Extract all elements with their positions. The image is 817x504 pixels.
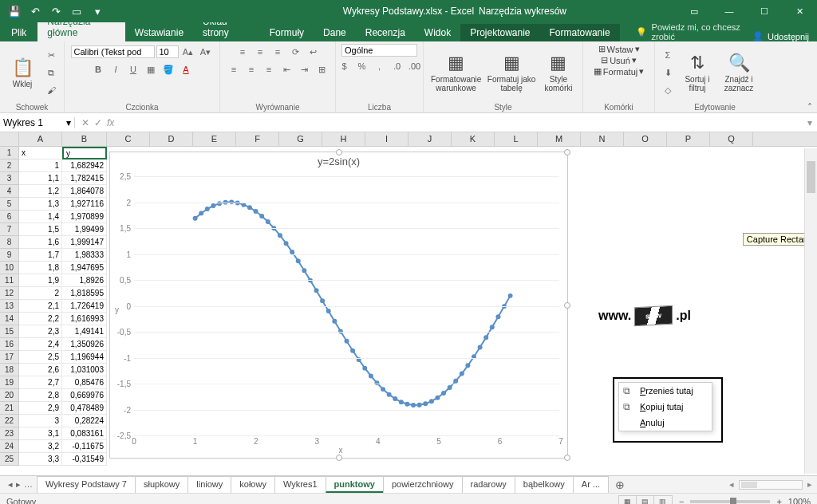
row-header[interactable]: 9 [0, 249, 19, 262]
redo-icon[interactable]: ↷ [46, 2, 65, 21]
cell[interactable]: 1,970899 [62, 211, 107, 223]
column-header[interactable]: J [408, 132, 452, 146]
close-icon[interactable]: ✕ [782, 0, 817, 22]
border-icon[interactable]: ▦ [143, 61, 159, 77]
row-header[interactable]: 25 [0, 453, 19, 466]
clear-icon[interactable]: ◇ [660, 82, 676, 98]
column-header[interactable]: K [452, 132, 495, 146]
row-header[interactable]: 18 [0, 364, 19, 376]
menu-move-here[interactable]: ⧉Przenieś tutaj [619, 383, 712, 399]
hscroll-right-icon[interactable]: ▸ [807, 479, 812, 490]
column-header[interactable]: P [667, 132, 710, 146]
cell[interactable]: 1,682942 [62, 159, 107, 172]
expand-formula-icon[interactable]: ▾ [803, 117, 817, 128]
cell[interactable]: 1,947695 [62, 262, 107, 274]
select-all-corner[interactable] [0, 132, 19, 146]
sheet-tab[interactable]: radarowy [462, 476, 515, 493]
format-as-table-button[interactable]: ▦Formatuj jako tabelę [487, 49, 536, 96]
delete-button[interactable]: ⊟ Usuń ▾ [601, 55, 637, 65]
cell[interactable]: 1,031003 [62, 364, 107, 376]
normal-view-icon[interactable]: ▦ [619, 496, 637, 505]
cell[interactable]: 2,9 [19, 402, 62, 415]
increase-font-icon[interactable]: A▴ [180, 44, 196, 60]
cell[interactable]: 1,726419 [62, 300, 107, 313]
chart-plot-area[interactable]: -2,5-2-1,5-1-0,500,511,522,501234567 [134, 176, 559, 434]
cell[interactable]: 1,9 [19, 274, 62, 287]
zoom-slider[interactable] [690, 500, 770, 503]
column-header[interactable]: C [107, 132, 150, 146]
ribbon-options-icon[interactable]: ▭ [677, 0, 712, 22]
number-format-input[interactable] [341, 44, 417, 57]
sheet-tab[interactable]: słupkowy [135, 476, 188, 493]
chart-handle-bottom[interactable] [336, 455, 342, 461]
share-button[interactable]: 👤Udostępnij [752, 31, 809, 41]
orientation-icon[interactable]: ⟳ [287, 44, 303, 60]
cell[interactable]: 1,8926 [62, 274, 107, 287]
align-bottom-icon[interactable]: ≡ [270, 44, 286, 60]
copy-icon[interactable]: ⧉ [43, 65, 59, 81]
cell[interactable]: 3,1 [19, 427, 62, 440]
tab-chart-design[interactable]: Projektowanie [460, 24, 539, 41]
cell[interactable]: 0,85476 [62, 376, 107, 389]
column-header[interactable]: G [279, 132, 322, 146]
hscroll-left-icon[interactable]: ◂ [729, 479, 734, 490]
cell[interactable]: 1,5 [19, 223, 62, 236]
row-header[interactable]: 23 [0, 427, 19, 440]
cell[interactable]: 1,2 [19, 185, 62, 198]
cell[interactable]: 0,669976 [62, 389, 107, 402]
font-size-input[interactable] [156, 45, 179, 58]
font-name-input[interactable] [71, 45, 155, 58]
column-header[interactable]: N [581, 132, 624, 146]
zoom-level[interactable]: 100% [788, 497, 811, 505]
format-painter-icon[interactable]: 🖌 [43, 82, 59, 98]
tell-me-search[interactable]: 💡Powiedz mi, co chcesz zrobić [636, 22, 752, 41]
fill-color-icon[interactable]: 🪣 [160, 61, 176, 77]
fx-icon[interactable]: fx [107, 117, 114, 128]
row-header[interactable]: 10 [0, 262, 19, 274]
chart-handle-tr[interactable] [564, 149, 570, 156]
cell[interactable]: 0,478489 [62, 402, 107, 415]
tab-review[interactable]: Recenzja [356, 24, 415, 41]
cell[interactable]: 2,3 [19, 325, 62, 338]
cell[interactable]: 1,864078 [62, 185, 107, 198]
cell[interactable]: 1,196944 [62, 351, 107, 364]
tab-chart-format[interactable]: Formatowanie [540, 24, 620, 41]
sheet-tab[interactable]: liniowy [187, 476, 231, 493]
row-header[interactable]: 7 [0, 223, 19, 236]
row-header[interactable]: 20 [0, 389, 19, 402]
zoom-in-icon[interactable]: + [776, 497, 781, 505]
row-header[interactable]: 1 [0, 147, 19, 159]
increase-decimal-icon[interactable]: .0 [389, 58, 405, 74]
insert-button[interactable]: ⊞ Wstaw ▾ [598, 44, 640, 54]
cell[interactable]: -0,11675 [62, 440, 107, 453]
sheet-tab[interactable]: Ar ... [573, 476, 609, 493]
row-header[interactable]: 24 [0, 440, 19, 453]
cell[interactable]: 1,6 [19, 236, 62, 249]
cell[interactable]: 2,4 [19, 338, 62, 351]
currency-icon[interactable]: $ [337, 58, 353, 74]
maximize-icon[interactable]: ☐ [747, 0, 782, 22]
sheet-nav-more-icon[interactable]: … [24, 479, 33, 490]
column-header[interactable]: M [538, 132, 581, 146]
percent-icon[interactable]: % [354, 58, 370, 74]
column-header[interactable]: E [193, 132, 236, 146]
tab-data[interactable]: Dane [314, 24, 356, 41]
decrease-font-icon[interactable]: A▾ [198, 44, 214, 60]
cut-icon[interactable]: ✂ [43, 47, 59, 63]
align-right-icon[interactable]: ≡ [261, 61, 277, 77]
sort-filter-button[interactable]: ⇅Sortuj i filtruj [679, 49, 716, 96]
cell[interactable]: 1,3 [19, 198, 62, 211]
autosum-icon[interactable]: Σ [660, 47, 676, 63]
menu-copy-here[interactable]: ⧉Kopiuj tutaj [619, 399, 712, 415]
chart-handle-right[interactable] [564, 302, 570, 309]
decrease-indent-icon[interactable]: ⇤ [278, 61, 294, 77]
chart-object[interactable]: y=2sin(x) -2,5-2-1,5-1-0,500,511,522,501… [109, 152, 568, 459]
cell[interactable]: 2,5 [19, 351, 62, 364]
row-header[interactable]: 13 [0, 300, 19, 313]
row-header[interactable]: 15 [0, 325, 19, 338]
cell[interactable]: 1,99499 [62, 223, 107, 236]
collapse-ribbon-icon[interactable]: ˄ [807, 102, 812, 113]
tab-file[interactable]: Plik [0, 24, 37, 41]
sheet-tab[interactable]: powierzchniowy [383, 476, 463, 493]
cell[interactable]: 1,4 [19, 211, 62, 223]
